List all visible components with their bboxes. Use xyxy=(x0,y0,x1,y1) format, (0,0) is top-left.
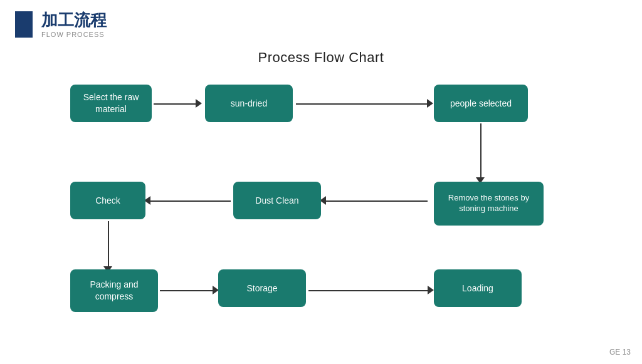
arrow-r1-2-head xyxy=(427,99,433,108)
header-title-zh: 加工流程 xyxy=(41,11,107,29)
arrow-r3-2-line xyxy=(308,290,429,291)
header-text: 加工流程 FLOW PROCESS xyxy=(41,11,107,38)
arrow-v2-line xyxy=(108,221,109,269)
header: 加工流程 FLOW PROCESS xyxy=(0,0,642,43)
arrow-r3-2-head xyxy=(428,286,434,294)
page: 加工流程 FLOW PROCESS Process Flow Chart Sel… xyxy=(0,0,642,364)
chart-title: Process Flow Chart xyxy=(0,49,642,66)
node-people-selected: people selected xyxy=(434,85,528,122)
node-select-raw-material: Select the raw material xyxy=(70,85,152,122)
arrow-r2-2-line xyxy=(150,200,231,202)
arrow-r1-1-line xyxy=(154,103,197,105)
arrow-r1-2-line xyxy=(296,103,429,105)
arrow-r2-1-line xyxy=(326,200,428,202)
header-title-en: FLOW PROCESS xyxy=(41,31,107,38)
header-accent-bar xyxy=(15,11,33,38)
node-remove-stones: Remove the stones by stoning machine xyxy=(434,182,544,226)
node-sun-dried: sun-dried xyxy=(205,85,293,122)
arrow-v1-line xyxy=(480,123,482,180)
node-dust-clean: Dust Clean xyxy=(233,182,321,219)
flow-diagram: Select the raw material sun-dried people… xyxy=(20,85,622,316)
node-check: Check xyxy=(70,182,145,219)
node-packing: Packing and compress xyxy=(70,269,158,312)
node-loading: Loading xyxy=(434,269,522,307)
page-number: GE 13 xyxy=(609,348,631,356)
node-storage: Storage xyxy=(218,269,306,307)
arrow-r3-1-line xyxy=(160,290,214,291)
arrow-r1-1-head xyxy=(196,99,202,108)
